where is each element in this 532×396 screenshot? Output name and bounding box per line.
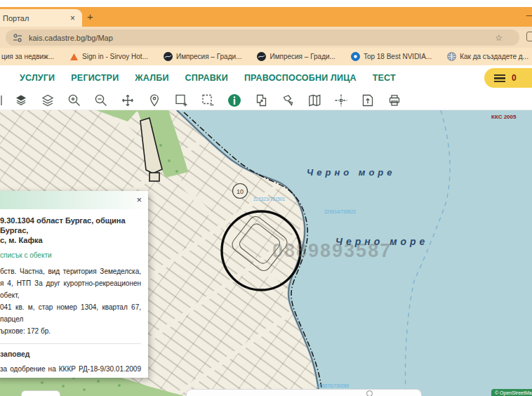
- order-text: за одобрение на КККР РД-18-9/30.01.2009 …: [0, 363, 141, 378]
- map-search-bar[interactable]: [186, 389, 422, 396]
- globe-favicon: [257, 52, 266, 61]
- popup-header: ×: [0, 191, 148, 209]
- order-section-header: заповед: [0, 350, 141, 358]
- zoom-out-icon[interactable]: [93, 93, 109, 108]
- print-icon[interactable]: [387, 93, 402, 108]
- select-shape-icon[interactable]: [280, 93, 295, 108]
- search-icon: [366, 390, 373, 396]
- description-line: бств. Частна, вид територия Земеделска,: [0, 265, 141, 277]
- crosshair-icon[interactable]: [333, 93, 349, 108]
- rect-zoom-out-icon[interactable]: [200, 93, 215, 108]
- bookmark-star-icon[interactable]: ☆: [495, 33, 503, 43]
- coordinate-label-3: 225576/730289: [317, 383, 350, 388]
- popup-close-icon[interactable]: ×: [136, 194, 142, 205]
- bookmark-label: Sign in - Sirvoy Hot...: [82, 53, 148, 60]
- description-line: ърхове: 172 бр.: [0, 325, 141, 337]
- nav-registri[interactable]: РЕГИСТРИ: [71, 73, 119, 83]
- svg-text:10: 10: [237, 188, 244, 195]
- pan-icon[interactable]: [120, 93, 135, 108]
- permissions-icon[interactable]: [13, 34, 22, 42]
- cut-tool-icon[interactable]: [0, 93, 3, 108]
- nav-uslugi[interactable]: УСЛУГИ: [20, 73, 55, 83]
- parcel-title-line1: 9.30.1304 област Бургас, община Бургас,: [0, 216, 141, 235]
- info-tool-active-icon[interactable]: [227, 93, 242, 108]
- popup-divider: [0, 343, 141, 344]
- site-navigation: УСЛУГИ РЕГИСТРИ ЖАЛБИ СПРАВКИ ПРАВОСПОСО…: [0, 65, 532, 91]
- coordinate-label-2: 229314/739522: [324, 209, 357, 214]
- browser-window: Портал × + – kais.cadastre.bg/bg/Map ☆ ц…: [0, 0, 532, 396]
- bookmark-item[interactable]: Импресия – Гради...: [164, 52, 241, 61]
- bookmark-item[interactable]: Как да създадете д...: [447, 52, 528, 61]
- objects-list-link[interactable]: списък с обекти: [0, 251, 141, 259]
- minimize-button[interactable]: –: [526, 8, 532, 20]
- browser-titlebar: Портал × + –: [0, 7, 532, 27]
- blue-favicon: [351, 52, 360, 61]
- nav-spravki[interactable]: СПРАВКИ: [185, 73, 228, 83]
- parcel-title-line2: с, м. Кафка: [0, 235, 141, 245]
- gray-globe-favicon: [447, 52, 456, 61]
- nav-test[interactable]: ТЕСТ: [373, 73, 396, 83]
- bookmarks-bar: ция за недвиж... Sign in - Sirvoy Hot...…: [0, 48, 532, 65]
- description-line: 041 кв. м, стар номер 1304, квартал 67, …: [0, 301, 141, 325]
- bookmark-label: Как да създадете д...: [460, 53, 528, 60]
- hamburger-icon: [494, 74, 505, 82]
- url-text[interactable]: kais.cadastre.bg/bg/Map: [29, 34, 495, 42]
- bookmark-label: ция за недвиж...: [1, 53, 54, 60]
- bookmark-label: Top 18 Best NVIDIA...: [364, 53, 432, 60]
- map-sheets-icon[interactable]: [307, 93, 322, 108]
- toolbar-extension-icon[interactable]: [526, 32, 532, 41]
- tab-close-icon[interactable]: ×: [70, 13, 82, 23]
- description-line: я 4, НТП За друг курортно-рекреационен о…: [0, 277, 141, 301]
- bookmark-item[interactable]: Импресия – Гради...: [257, 52, 335, 61]
- popup-body: 9.30.1304 област Бургас, община Бургас, …: [0, 209, 148, 378]
- phone-watermark: 0889893587: [272, 240, 392, 261]
- tab-title: Портал: [0, 14, 70, 22]
- nav-zhalbi[interactable]: ЖАЛБИ: [135, 73, 168, 83]
- bookmark-item[interactable]: ция за недвиж...: [1, 53, 54, 60]
- crs-label: ККС 2005: [491, 114, 517, 120]
- layers-icon[interactable]: [40, 93, 55, 108]
- coordinate-label-1: 226323/731501: [253, 197, 286, 202]
- parcel-description: бств. Частна, вид територия Земеделска, …: [0, 265, 141, 337]
- menu-count: 0: [512, 73, 517, 83]
- globe-favicon: [164, 52, 173, 61]
- previous-extent-icon[interactable]: [253, 93, 269, 108]
- sea-name-label-1: Черно море: [307, 167, 396, 178]
- map-toolbar: [0, 91, 532, 110]
- bookmark-label: Импресия – Гради...: [176, 53, 241, 60]
- bookmark-label: Импресия – Гради...: [270, 53, 335, 60]
- browser-tab[interactable]: Портал ×: [0, 9, 82, 27]
- layers-filled-icon[interactable]: [13, 93, 29, 108]
- rect-zoom-in-icon[interactable]: [173, 93, 189, 108]
- osm-attribution-badge[interactable]: © OpenStreetMap: [491, 389, 532, 396]
- url-toolbar: kais.cadastre.bg/bg/Map ☆: [0, 27, 532, 48]
- nav-pravosposobni-lica[interactable]: ПРАВОСПОСОБНИ ЛИЦА: [244, 73, 357, 83]
- export-icon[interactable]: [360, 93, 375, 108]
- parcel-title: 9.30.1304 област Бургас, община Бургас, …: [0, 216, 141, 245]
- location-pin-icon[interactable]: [147, 93, 162, 108]
- window-top-edge: [0, 0, 532, 7]
- map-zoom-widget[interactable]: [21, 390, 60, 396]
- order-line: за одобрение на КККР РД-18-9/30.01.2009 …: [0, 363, 141, 378]
- parcel-info-popup: × 9.30.1304 област Бургас, община Бургас…: [0, 191, 148, 378]
- user-menu-button[interactable]: 0: [484, 68, 532, 88]
- zoom-in-icon[interactable]: [67, 93, 82, 108]
- map-point-10[interactable]: 10: [233, 184, 248, 199]
- new-tab-button[interactable]: +: [87, 11, 93, 22]
- sirvoy-favicon: [69, 53, 79, 61]
- bookmark-item[interactable]: Top 18 Best NVIDIA...: [351, 52, 432, 61]
- address-bar[interactable]: kais.cadastre.bg/bg/Map ☆: [6, 29, 519, 46]
- bookmark-item[interactable]: Sign in - Sirvoy Hot...: [69, 53, 148, 61]
